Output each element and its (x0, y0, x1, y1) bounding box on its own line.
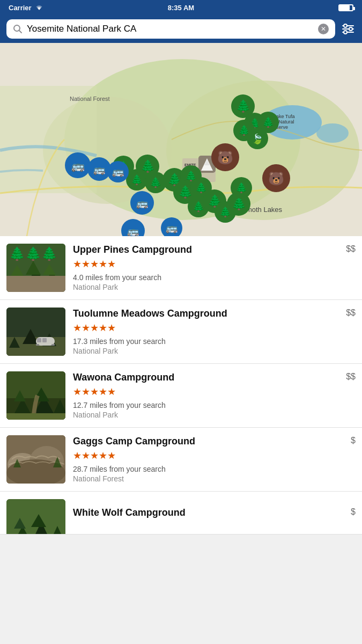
svg-text:🌲: 🌲 (195, 182, 208, 194)
star-5: ★ (107, 258, 116, 270)
result-distance: 12.7 miles from your search (73, 401, 356, 409)
star-1: ★ (73, 386, 82, 398)
result-thumbnail (6, 435, 65, 484)
wifi-icon (35, 4, 43, 11)
svg-text:🚌: 🚌 (166, 222, 178, 234)
svg-point-14 (316, 123, 349, 143)
result-type: National Forest (73, 474, 356, 483)
svg-rect-85 (6, 276, 65, 292)
filter-button[interactable] (341, 21, 356, 36)
svg-point-7 (344, 31, 347, 34)
svg-text:🚌: 🚌 (127, 225, 139, 236)
search-input[interactable]: Yosemite National Park CA (27, 24, 314, 34)
svg-text:🐻: 🐻 (217, 150, 233, 165)
svg-text:🚌: 🚌 (112, 166, 124, 178)
star-5: ★ (107, 322, 116, 334)
star-rating: ★ ★ ★ ★ ★ (73, 450, 356, 462)
filter-icon (341, 21, 356, 36)
search-icon (13, 24, 23, 34)
star-5: ★ (107, 450, 116, 462)
result-thumbnail (6, 371, 65, 420)
result-info: Gaggs Camp Campground $ ★ ★ ★ ★ ★ 28.7 m… (73, 435, 356, 484)
star-3: ★ (90, 450, 99, 462)
svg-rect-103 (51, 344, 55, 346)
star-2: ★ (82, 450, 90, 462)
result-header: Gaggs Camp Campground $ (73, 436, 356, 448)
result-type: National Park (73, 347, 356, 355)
result-header: White Wolf Campground $ (73, 507, 356, 519)
svg-text:🌲: 🌲 (235, 182, 248, 194)
star-4: ★ (99, 386, 107, 398)
svg-text:National Forest: National Forest (70, 96, 110, 102)
result-name: Upper Pines Campground (73, 244, 342, 256)
svg-text:🚌: 🚌 (93, 164, 106, 175)
result-type: National Park (73, 283, 356, 291)
svg-rect-92 (16, 276, 29, 284)
result-item[interactable]: Wawona Campground $$ ★ ★ ★ ★ ★ 12.7 mile… (0, 364, 362, 428)
battery-icon (338, 4, 353, 11)
result-info: White Wolf Campground $ (73, 499, 356, 526)
svg-point-6 (349, 27, 352, 31)
result-info: Wawona Campground $$ ★ ★ ★ ★ ★ 12.7 mile… (73, 371, 356, 420)
result-name: Tuolumne Meadows Campground (73, 308, 342, 320)
result-distance: 17.3 miles from your search (73, 337, 356, 346)
result-thumbnail (6, 244, 65, 292)
star-rating: ★ ★ ★ ★ ★ (73, 322, 356, 334)
star-4: ★ (99, 450, 107, 462)
result-info: Tuolumne Meadows Campground $$ ★ ★ ★ ★ ★… (73, 308, 356, 356)
results-list: Upper Pines Campground $$ ★ ★ ★ ★ ★ 4.0 … (0, 236, 362, 535)
star-2: ★ (82, 322, 90, 334)
star-4: ★ (99, 322, 107, 334)
result-price: $ (351, 436, 356, 445)
result-info: Upper Pines Campground $$ ★ ★ ★ ★ ★ 4.0 … (73, 244, 356, 292)
map-area[interactable]: National Forest Mammoth Lakes Merced ing… (0, 43, 362, 236)
svg-rect-102 (36, 344, 39, 346)
star-5: ★ (107, 386, 116, 398)
svg-rect-111 (6, 413, 65, 420)
result-distance: 4.0 miles from your search (73, 273, 356, 282)
svg-rect-93 (12, 278, 15, 281)
result-header: Wawona Campground $$ (73, 372, 356, 384)
star-1: ★ (73, 450, 82, 462)
result-thumbnail (6, 308, 65, 356)
result-name: White Wolf Campground (73, 507, 346, 519)
svg-text:🚌: 🚌 (71, 159, 85, 172)
svg-point-5 (344, 24, 347, 27)
result-item[interactable]: White Wolf Campground $ (0, 492, 362, 535)
result-price: $ (351, 507, 356, 517)
result-price: $$ (346, 308, 356, 318)
search-bar-container: Yosemite National Park CA ✕ (0, 15, 362, 43)
result-name: Wawona Campground (73, 372, 342, 384)
svg-text:🌲: 🌲 (141, 159, 156, 173)
svg-text:🌲: 🌲 (232, 196, 247, 211)
clear-button[interactable]: ✕ (318, 24, 329, 34)
star-rating: ★ ★ ★ ★ ★ (73, 258, 356, 270)
result-item[interactable]: Tuolumne Meadows Campground $$ ★ ★ ★ ★ ★… (0, 300, 362, 364)
svg-text:🐻: 🐻 (268, 171, 284, 186)
svg-rect-100 (37, 338, 41, 342)
star-rating: ★ ★ ★ ★ ★ (73, 386, 356, 398)
carrier-label: Carrier (9, 4, 32, 12)
battery-fill (339, 5, 350, 10)
result-thumbnail (6, 499, 65, 535)
star-3: ★ (90, 386, 99, 398)
result-item[interactable]: Gaggs Camp Campground $ ★ ★ ★ ★ ★ 28.7 m… (0, 428, 362, 492)
star-1: ★ (73, 258, 82, 270)
svg-text:🌲: 🌲 (262, 116, 275, 128)
status-bar: Carrier 8:35 AM (0, 0, 362, 15)
star-2: ★ (82, 258, 90, 270)
search-box[interactable]: Yosemite National Park CA ✕ (6, 19, 335, 39)
result-distance: 28.7 miles from your search (73, 465, 356, 473)
time-display: 8:35 AM (168, 4, 194, 12)
result-header: Upper Pines Campground $$ (73, 244, 356, 256)
star-1: ★ (73, 322, 82, 334)
svg-text:🚌: 🚌 (136, 197, 149, 209)
battery-area (338, 4, 353, 11)
map-svg: National Forest Mammoth Lakes Merced ing… (0, 43, 362, 236)
carrier-info: Carrier (9, 4, 43, 12)
result-header: Tuolumne Meadows Campground $$ (73, 308, 356, 320)
result-type: National Park (73, 411, 356, 419)
svg-text:🌲: 🌲 (236, 99, 251, 113)
svg-text:🍃: 🍃 (252, 133, 264, 145)
result-item[interactable]: Upper Pines Campground $$ ★ ★ ★ ★ ★ 4.0 … (0, 236, 362, 300)
